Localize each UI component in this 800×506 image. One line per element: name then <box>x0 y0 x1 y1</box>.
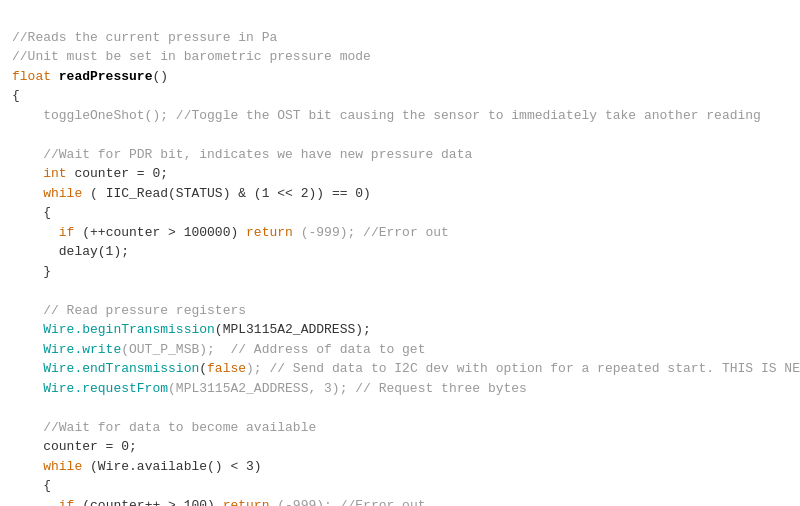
code-line: int counter = 0; <box>12 164 788 184</box>
code-token: //Reads the current pressure in Pa <box>12 30 277 45</box>
code-token: return <box>223 498 270 507</box>
code-line: //Reads the current pressure in Pa <box>12 28 788 48</box>
code-line: //Unit must be set in barometric pressur… <box>12 47 788 67</box>
code-line: delay(1); <box>12 242 788 262</box>
code-token: Wire.write <box>12 342 121 357</box>
code-line: while ( IIC_Read(STATUS) & (1 << 2)) == … <box>12 184 788 204</box>
code-token: (counter++ > 100) <box>74 498 222 507</box>
code-token: } <box>12 264 51 279</box>
code-token: while <box>43 186 82 201</box>
code-token: { <box>12 478 51 493</box>
code-token: while <box>43 459 82 474</box>
code-line: { <box>12 203 788 223</box>
code-token <box>12 225 59 240</box>
code-token: (OUT_P_MSB); // Address of data to get <box>121 342 425 357</box>
code-line: Wire.endTransmission(false); // Send dat… <box>12 359 788 379</box>
code-token: return <box>246 225 293 240</box>
code-line: if (counter++ > 100) return (-999); //Er… <box>12 496 788 507</box>
code-line: // Read pressure registers <box>12 301 788 321</box>
code-token: Wire.beginTransmission <box>12 322 215 337</box>
code-line <box>12 281 788 301</box>
code-token: { <box>12 205 51 220</box>
code-token <box>12 166 43 181</box>
code-line: Wire.write(OUT_P_MSB); // Address of dat… <box>12 340 788 360</box>
code-token: { <box>12 88 20 103</box>
code-line <box>12 125 788 145</box>
code-token: toggleOneShot(); //Toggle the OST bit ca… <box>12 108 761 123</box>
code-token: counter = 0; <box>12 439 137 454</box>
code-token <box>12 498 59 507</box>
code-line: //Wait for PDR bit, indicates we have ne… <box>12 145 788 165</box>
code-token: (++counter > 100000) <box>74 225 246 240</box>
code-token: (MPL3115A2_ADDRESS); <box>215 322 371 337</box>
code-line: //Wait for data to become available <box>12 418 788 438</box>
code-line: Wire.requestFrom(MPL3115A2_ADDRESS, 3); … <box>12 379 788 399</box>
code-token: ); // Send data to I2C dev with option f… <box>246 361 800 376</box>
code-token: delay(1); <box>12 244 129 259</box>
code-token: Wire.requestFrom <box>12 381 168 396</box>
code-line: } <box>12 262 788 282</box>
code-token: ( IIC_Read(STATUS) & (1 << 2)) == 0) <box>82 186 371 201</box>
code-line: counter = 0; <box>12 437 788 457</box>
code-token: Wire.endTransmission <box>12 361 199 376</box>
code-token: counter = 0; <box>67 166 168 181</box>
code-token: //Unit must be set in barometric pressur… <box>12 49 371 64</box>
code-line: toggleOneShot(); //Toggle the OST bit ca… <box>12 106 788 126</box>
code-line: Wire.beginTransmission(MPL3115A2_ADDRESS… <box>12 320 788 340</box>
code-token: int <box>43 166 66 181</box>
code-token: float <box>12 69 59 84</box>
code-line: { <box>12 476 788 496</box>
code-token: ( <box>199 361 207 376</box>
code-token: readPressure <box>59 69 153 84</box>
code-token: (MPL3115A2_ADDRESS, 3); // Request three… <box>168 381 527 396</box>
code-line: float readPressure() <box>12 67 788 87</box>
code-editor: //Reads the current pressure in Pa//Unit… <box>0 0 800 506</box>
code-token <box>12 186 43 201</box>
code-token: // Read pressure registers <box>12 303 246 318</box>
code-token: (-999); //Error out <box>269 498 425 507</box>
code-token: false <box>207 361 246 376</box>
code-line: while (Wire.available() < 3) <box>12 457 788 477</box>
code-line: if (++counter > 100000) return (-999); /… <box>12 223 788 243</box>
code-token: if <box>59 498 75 507</box>
code-token: if <box>59 225 75 240</box>
code-token: //Wait for PDR bit, indicates we have ne… <box>12 147 472 162</box>
code-token <box>12 459 43 474</box>
code-token: () <box>152 69 168 84</box>
code-token: (Wire.available() < 3) <box>82 459 261 474</box>
code-line: { <box>12 86 788 106</box>
code-token: //Wait for data to become available <box>12 420 316 435</box>
code-line <box>12 398 788 418</box>
code-token: (-999); //Error out <box>293 225 449 240</box>
